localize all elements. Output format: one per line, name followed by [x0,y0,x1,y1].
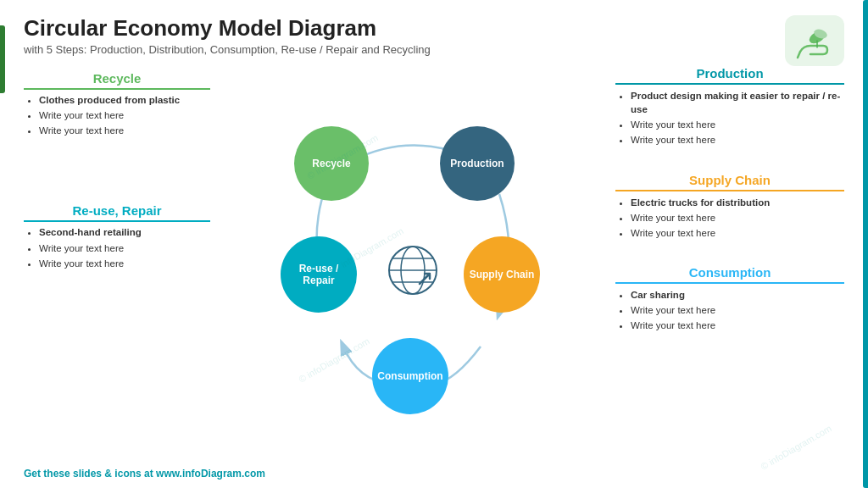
production-right-list: Product design making it easier to repai… [615,89,844,147]
list-item: Electric trucks for distribution [631,196,844,209]
footer-text: Get these slides & icons at www.infoDiag… [24,468,265,480]
diagram-container: Recycle Production Supply Chain Consumpt… [277,118,548,423]
list-item: Clothes produced from plastic [39,93,210,107]
list-item: Write your text here [631,118,844,131]
right-accent-bar [863,0,868,488]
production-right-block: Production Product design making it easi… [615,66,844,148]
slide: Circular Economy Model Diagram with 5 St… [0,0,868,488]
reuse-repair-node: Re-use /Repair [281,236,357,313]
recycle-list: Clothes produced from plastic Write your… [24,93,210,137]
supply-chain-right-list: Electric trucks for distribution Write y… [615,196,844,240]
left-panel: Recycle Clothes produced from plastic Wr… [24,63,210,478]
list-item: Write your text here [39,257,210,270]
footer: Get these slides & icons at www.infoDiag… [24,468,265,480]
supply-chain-right-title: Supply Chain [615,173,844,191]
list-item: Write your text here [631,133,844,147]
watermark: © infoDiagram.com [297,336,371,385]
consumption-right-block: Consumption Car sharing Write your text … [615,265,844,334]
reuse-repair-block: Re-use, Repair Second-hand retailing Wri… [24,203,210,271]
reuse-repair-list: Second-hand retailing Write your text he… [24,225,210,269]
left-accent-bar [0,25,5,93]
page-subtitle: with 5 Steps: Production, Distribution, … [24,43,844,56]
consumption-node: Consumption [372,338,448,414]
production-right-title: Production [615,66,844,85]
list-item: Write your text here [39,108,210,122]
page-title: Circular Economy Model Diagram [24,15,844,42]
globe-icon [379,236,447,304]
list-item: Write your text here [631,226,844,240]
recycle-block: Recycle Clothes produced from plastic Wr… [24,71,210,139]
list-item: Write your text here [39,124,210,137]
reuse-repair-title: Re-use, Repair [24,203,210,222]
production-node: Production [440,126,515,201]
list-item: Car sharing [631,288,844,302]
list-item: Write your text here [631,211,844,225]
supply-chain-right-block: Supply Chain Electric trucks for distrib… [615,173,844,241]
header: Circular Economy Model Diagram with 5 St… [24,15,844,56]
watermark: © infoDiagram.com [759,423,833,472]
recycle-node: Recycle [294,126,369,201]
list-item: Write your text here [631,319,844,332]
supply-chain-node: Supply Chain [464,236,540,313]
list-item: Write your text here [39,241,210,255]
center-panel: Recycle Production Supply Chain Consumpt… [210,63,615,478]
consumption-right-title: Consumption [615,265,844,284]
spacer [615,250,844,257]
consumption-right-list: Car sharing Write your text here Write y… [615,288,844,332]
list-item: Write your text here [631,303,844,317]
eco-icon [785,15,844,66]
spacer [615,158,844,164]
right-panel: Production Product design making it easi… [615,63,844,478]
list-item: Second-hand retailing [39,225,210,239]
content-area: Recycle Clothes produced from plastic Wr… [24,63,844,478]
list-item: Product design making it easier to repai… [631,89,844,116]
recycle-title: Recycle [24,71,210,90]
